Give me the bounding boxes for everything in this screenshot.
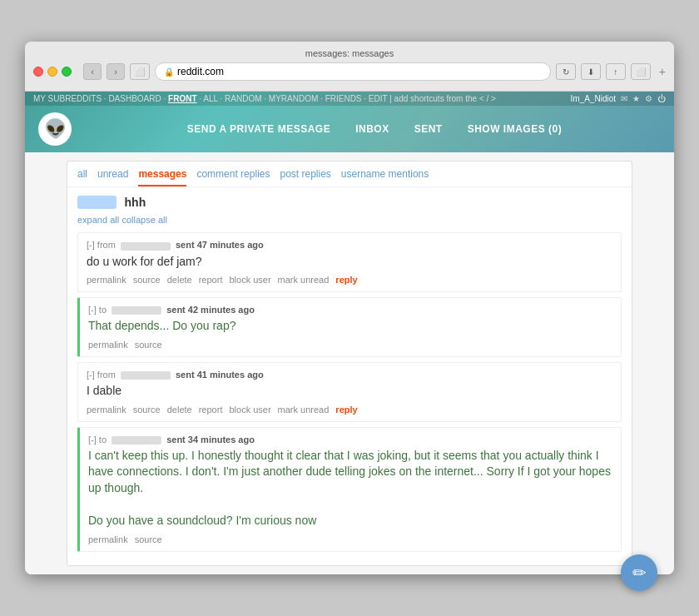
star-icon[interactable]: ★ (632, 94, 640, 103)
thread-subject: hhh (125, 196, 146, 209)
tab-username-mentions[interactable]: username mentions (341, 168, 429, 186)
message-body: That depends... Do you rap? (88, 318, 612, 335)
permalink-link[interactable]: permalink (87, 405, 126, 415)
user-area: Im_A_Nidiot ✉ ★ ⚙ ⏻ (571, 94, 666, 103)
topbar-left: MY SUBREDDITS · DASHBOARD · FRONT · ALL … (33, 94, 496, 103)
collapse-bracket[interactable]: [-] (88, 305, 97, 315)
tab-unread[interactable]: unread (97, 168, 128, 186)
topbar-subreddits: MY SUBREDDITS · DASHBOARD · (33, 94, 168, 103)
reddit-header: MY SUBREDDITS · DASHBOARD · FRONT · ALL … (25, 92, 674, 152)
message-meta: [-] to sent 42 minutes ago (88, 305, 612, 315)
block-user-link[interactable]: block user (229, 405, 270, 415)
permalink-link[interactable]: permalink (88, 534, 128, 544)
message-actions: permalink source (88, 534, 612, 544)
share-icon[interactable]: ↑ (606, 63, 626, 80)
reddit-topbar: MY SUBREDDITS · DASHBOARD · FRONT · ALL … (25, 92, 674, 106)
direction-label: from (97, 370, 118, 380)
direction-label: from (97, 240, 118, 250)
permalink-link[interactable]: permalink (88, 340, 128, 350)
message-meta: [-] from sent 47 minutes ago (87, 240, 612, 250)
collapse-bracket[interactable]: [-] (87, 240, 95, 250)
topbar-rest: · ALL · RANDOM · MYRANDOM · FRIENDS · ED… (199, 94, 477, 103)
tab-switcher-button[interactable]: ⬜ (130, 63, 150, 80)
gear-icon[interactable]: ⚙ (645, 94, 652, 103)
power-icon[interactable]: ⏻ (657, 94, 666, 103)
message-timestamp: sent 34 minutes ago (166, 435, 255, 445)
mark-unread-link[interactable]: mark unread (278, 405, 330, 415)
sent-link[interactable]: SENT (414, 123, 443, 135)
permalink-link[interactable]: permalink (87, 275, 126, 285)
message-actions: permalink source delete report block use… (87, 405, 612, 415)
message-actions: permalink source (88, 340, 612, 350)
source-link[interactable]: source (133, 275, 161, 285)
inbox-link[interactable]: INBOX (355, 123, 389, 135)
browser-window: messages: messages ‹ › ⬜ 🔒 reddit.com ↻ … (25, 42, 674, 574)
expand-all-link[interactable]: expand all (77, 215, 119, 225)
delete-link[interactable]: delete (167, 405, 192, 415)
messages-panel: all unread messages comment replies post… (67, 161, 632, 565)
message-body-long: I can't keep this up. I honestly thought… (88, 448, 612, 529)
message-item: [-] from sent 47 minutes ago do u work f… (77, 232, 622, 292)
collapse-bracket[interactable]: [-] (87, 370, 95, 380)
sender-username (121, 371, 171, 380)
pencil-icon: ✏ (632, 563, 647, 583)
source-link[interactable]: source (133, 405, 161, 415)
reddit-nav-links: SEND A PRIVATE MESSAGE INBOX SENT SHOW I… (88, 123, 661, 135)
sender-username (112, 436, 161, 445)
source-link[interactable]: source (135, 534, 162, 544)
block-user-link[interactable]: block user (229, 275, 270, 285)
tab-comment-replies[interactable]: comment replies (196, 168, 270, 186)
browser-titlebar: messages: messages ‹ › ⬜ 🔒 reddit.com ↻ … (25, 42, 674, 92)
fab-button[interactable]: ✏ (621, 554, 657, 591)
minimize-button[interactable] (47, 67, 57, 77)
message-item: [-] to sent 42 minutes ago That depends.… (77, 297, 622, 357)
lock-icon: 🔒 (164, 67, 174, 77)
topbar-bracket: < / > (479, 94, 496, 103)
reddit-logo: 👽 (38, 112, 72, 146)
browser-tab-title: messages: messages (33, 48, 666, 58)
reddit-alien-icon: 👽 (44, 118, 67, 140)
collapse-all-link[interactable]: collapse all (122, 215, 167, 225)
message-body: I dable (87, 383, 612, 400)
delete-link[interactable]: delete (167, 275, 192, 285)
message-meta: [-] to sent 34 minutes ago (88, 435, 612, 445)
browser-controls: ‹ › ⬜ 🔒 reddit.com ↻ ⬇ ↑ ⬜ + (33, 62, 666, 81)
window-icon[interactable]: ⬜ (631, 63, 651, 80)
report-link[interactable]: report (199, 275, 223, 285)
tab-messages[interactable]: messages (138, 168, 186, 186)
tab-all[interactable]: all (77, 168, 87, 186)
reload-button[interactable]: ↻ (556, 63, 576, 80)
fullscreen-button[interactable] (62, 67, 72, 77)
url-text: reddit.com (177, 66, 224, 77)
forward-button[interactable]: › (107, 63, 125, 80)
send-pm-link[interactable]: SEND A PRIVATE MESSAGE (187, 123, 330, 135)
message-actions: permalink source delete report block use… (87, 275, 612, 285)
expand-collapse-row: expand all collapse all (77, 214, 622, 226)
sender-username (112, 306, 161, 315)
envelope-icon[interactable]: ✉ (621, 94, 627, 103)
close-button[interactable] (33, 67, 43, 77)
reply-link[interactable]: reply (335, 275, 357, 285)
new-tab-button[interactable]: + (659, 65, 666, 78)
message-item: [-] from sent 41 minutes ago I dable per… (77, 362, 622, 422)
username[interactable]: Im_A_Nidiot (571, 94, 616, 103)
reply-link[interactable]: reply (335, 405, 357, 415)
message-item: [-] to sent 34 minutes ago I can't keep … (77, 427, 622, 552)
message-timestamp: sent 42 minutes ago (166, 305, 255, 315)
thread-badge (77, 196, 116, 209)
source-link[interactable]: source (135, 340, 162, 350)
topbar-front[interactable]: FRONT (168, 94, 196, 103)
tab-post-replies[interactable]: post replies (280, 168, 330, 186)
mark-unread-link[interactable]: mark unread (278, 275, 330, 285)
back-button[interactable]: ‹ (83, 63, 102, 80)
report-link[interactable]: report (199, 405, 223, 415)
collapse-bracket[interactable]: [-] (88, 435, 97, 445)
messages-tabs: all unread messages comment replies post… (67, 161, 632, 187)
message-timestamp: sent 47 minutes ago (176, 240, 264, 250)
message-meta: [-] from sent 41 minutes ago (87, 370, 612, 380)
direction-label: to (99, 435, 109, 445)
show-images-link[interactable]: SHOW IMAGES (0) (468, 123, 563, 135)
download-icon[interactable]: ⬇ (581, 63, 601, 80)
direction-label: to (99, 305, 109, 315)
address-bar[interactable]: 🔒 reddit.com (155, 62, 551, 81)
